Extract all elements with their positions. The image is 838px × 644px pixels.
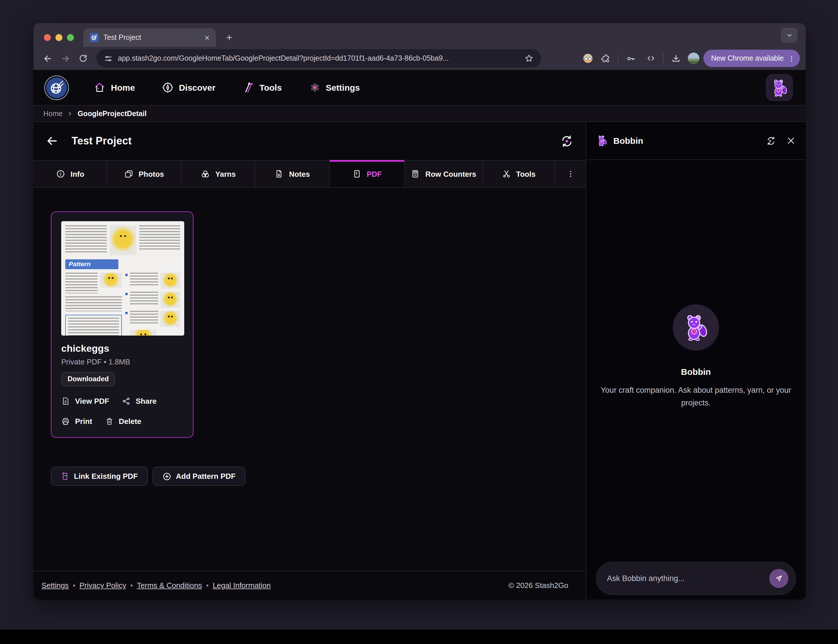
profile-avatar[interactable]	[688, 53, 699, 64]
footer-link-privacy-policy[interactable]: Privacy Policy	[79, 581, 126, 590]
browser-toolbar: app.stash2go.com/GoogleHomeTab/GooglePro…	[33, 47, 806, 70]
forward-button[interactable]	[57, 50, 73, 66]
bookmark-star-icon[interactable]	[524, 54, 534, 63]
chick-photo	[130, 330, 156, 335]
new-tab-button[interactable]	[222, 30, 237, 45]
app-logo[interactable]	[46, 77, 67, 98]
tab-info[interactable]: Info	[33, 161, 107, 187]
bobbin-assistant-button[interactable]	[766, 74, 793, 101]
footer-link-settings[interactable]: Settings	[41, 581, 69, 590]
photos-icon	[124, 169, 133, 179]
pdf-name: chickeggs	[61, 343, 183, 355]
footer-separator: •	[73, 581, 76, 590]
extensions-puzzle-icon[interactable]	[598, 50, 614, 66]
refresh-icon[interactable]	[766, 135, 776, 146]
bobbin-body: Bobbin Your craft companion. Ask about p…	[586, 160, 806, 562]
back-button[interactable]	[39, 50, 56, 66]
send-button[interactable]	[769, 569, 788, 588]
tab-tools[interactable]: Tools	[483, 161, 555, 187]
bobbin-panel: Bobbin Bobbin Your craft companion. Ask …	[586, 122, 806, 600]
printer-icon	[61, 417, 70, 426]
url-bar[interactable]: app.stash2go.com/GoogleHomeTab/GooglePro…	[97, 49, 541, 67]
bobbin-panel-title: Bobbin	[613, 136, 643, 146]
browser-window: Test Project	[33, 23, 806, 600]
delete-pdf-button[interactable]: Delete	[105, 417, 141, 426]
breadcrumb-current: GoogleProjectDetail	[78, 110, 147, 118]
print-pdf-button[interactable]: Print	[61, 417, 92, 426]
pdf-icon	[352, 169, 361, 179]
tab-photos[interactable]: Photos	[107, 161, 181, 187]
share-pdf-button[interactable]: Share	[122, 397, 156, 406]
extension-avatar-icon[interactable]	[582, 53, 594, 64]
footer-link-legal[interactable]: Legal Information	[213, 581, 271, 590]
toolbar-right-cluster: New Chrome available	[582, 50, 800, 67]
nav-item-settings[interactable]: Settings	[308, 81, 360, 94]
pdf-tab-content: Pattern	[33, 188, 586, 571]
close-window-button[interactable]	[44, 34, 51, 41]
thumbnail-text-lines	[65, 225, 107, 253]
back-arrow-icon[interactable]	[46, 135, 58, 147]
maximize-window-button[interactable]	[67, 34, 74, 41]
bobbin-header: Bobbin	[586, 122, 806, 160]
passwords-key-icon[interactable]	[623, 50, 639, 66]
pdf-thumbnail[interactable]: Pattern	[61, 221, 184, 335]
trash-icon	[105, 417, 113, 426]
chrome-update-pill[interactable]: New Chrome available	[703, 50, 800, 67]
sync-button[interactable]	[560, 134, 573, 148]
browser-tab[interactable]: Test Project	[83, 28, 216, 47]
toolbar-separator	[663, 53, 664, 64]
pdf-card-actions: View PDF Share Print	[61, 397, 183, 426]
plus-circle-icon	[162, 472, 171, 481]
view-pdf-button[interactable]: View PDF	[61, 397, 109, 406]
footer-separator: •	[206, 581, 209, 590]
bobbin-chat-input[interactable]	[607, 574, 765, 583]
project-detail-panel: Test Project Info Photos	[33, 122, 586, 600]
copyright-text: © 2026 Stash2Go	[509, 581, 568, 590]
tab-label: Row Counters	[426, 169, 476, 178]
nav-item-tools[interactable]: Tools	[242, 81, 282, 94]
reload-button[interactable]	[75, 50, 91, 66]
thumbnail-text-lines	[65, 296, 122, 311]
info-icon	[56, 169, 65, 179]
thumbnail-columns	[65, 273, 180, 335]
add-pattern-pdf-button[interactable]: Add Pattern PDF	[152, 467, 245, 486]
thumbnail-text-lines	[65, 273, 98, 293]
chevron-right-icon	[67, 111, 73, 117]
bobbin-input-row	[586, 562, 806, 600]
breadcrumb: Home GoogleProjectDetail	[33, 105, 806, 122]
menu-kebab-icon[interactable]	[788, 54, 795, 62]
nav-item-home[interactable]: Home	[94, 81, 135, 94]
button-label: Link Existing PDF	[74, 472, 138, 481]
chick-photo	[110, 225, 136, 255]
tabs-overflow-menu[interactable]	[555, 161, 586, 187]
link-existing-pdf-button[interactable]: Link Existing PDF	[51, 467, 148, 486]
site-settings-icon[interactable]	[104, 54, 113, 62]
action-label: Share	[136, 397, 156, 406]
footer-link-terms[interactable]: Terms & Conditions	[137, 581, 202, 590]
tab-search-chevron-button[interactable]	[781, 28, 798, 43]
tab-pdf[interactable]: PDF	[330, 161, 405, 187]
thumbnail-right-column	[125, 273, 180, 335]
page-title: Test Project	[72, 135, 131, 147]
minimize-window-button[interactable]	[56, 34, 62, 41]
breadcrumb-home-link[interactable]: Home	[43, 110, 62, 118]
tab-label: Photos	[139, 169, 164, 178]
tab-close-icon[interactable]	[204, 34, 210, 41]
bobbin-name: Bobbin	[681, 367, 711, 376]
window-controls	[44, 34, 74, 41]
tab-notes[interactable]: Notes	[255, 161, 330, 187]
nav-label: Discover	[179, 82, 215, 92]
tab-row-counters[interactable]: Row Counters	[405, 161, 483, 187]
action-label: Delete	[119, 417, 141, 426]
tab-yarns[interactable]: Yarns	[181, 161, 255, 187]
share-icon	[122, 397, 130, 406]
nav-item-discover[interactable]: Discover	[161, 81, 215, 94]
close-icon[interactable]	[786, 136, 796, 146]
pattern-heading: Pattern	[65, 260, 118, 269]
devtools-code-icon[interactable]	[643, 50, 659, 66]
project-header: Test Project	[33, 122, 586, 160]
calculator-icon	[411, 169, 420, 179]
document-icon	[61, 397, 70, 406]
site-favicon-icon	[90, 33, 99, 42]
downloads-icon[interactable]	[668, 50, 684, 66]
